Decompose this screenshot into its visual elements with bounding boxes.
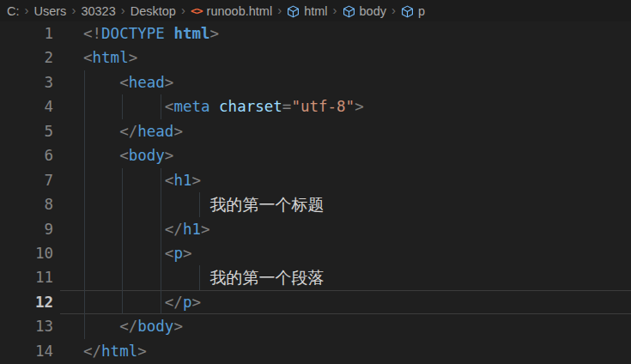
breadcrumb-label: body bbox=[360, 4, 386, 18]
line-number[interactable]: 8 bbox=[0, 192, 53, 216]
code-content: <head> bbox=[83, 70, 631, 94]
code-token: > bbox=[201, 221, 210, 238]
code-token: > bbox=[173, 123, 183, 140]
code-token: > bbox=[183, 245, 192, 262]
code-token: </ bbox=[119, 123, 137, 140]
code-token: body bbox=[129, 147, 165, 164]
breadcrumb-item-desktop[interactable]: Desktop bbox=[130, 4, 176, 18]
code-token bbox=[83, 74, 119, 91]
code-token: p bbox=[183, 294, 192, 311]
code-line[interactable]: 9 </h1> bbox=[0, 217, 631, 241]
breadcrumb-label: Users bbox=[34, 4, 67, 18]
code-token bbox=[83, 172, 165, 189]
line-number[interactable]: 7 bbox=[0, 168, 53, 192]
code-line[interactable]: 1<!DOCTYPE html> bbox=[0, 21, 631, 46]
code-token: html bbox=[101, 343, 137, 360]
breadcrumb-label: Desktop bbox=[130, 4, 176, 18]
code-token: 我的第一个标题 bbox=[210, 195, 325, 214]
code-content: <html> bbox=[83, 46, 631, 70]
code-content: <p> bbox=[83, 241, 631, 265]
breadcrumb: C:›Users›30323›Desktop›<>runoob.html›htm… bbox=[0, 0, 631, 21]
code-content: <meta charset="utf-8"> bbox=[83, 94, 631, 118]
line-number[interactable]: 10 bbox=[0, 241, 53, 265]
code-line[interactable]: 13 </body> bbox=[0, 314, 631, 338]
code-token: < bbox=[165, 245, 174, 262]
breadcrumb-item-html[interactable]: html bbox=[287, 4, 327, 18]
code-token bbox=[83, 245, 165, 262]
code-token: h1 bbox=[173, 172, 191, 189]
line-number[interactable]: 11 bbox=[0, 265, 53, 289]
code-token: > bbox=[191, 294, 201, 311]
line-number[interactable]: 13 bbox=[0, 314, 53, 338]
code-line[interactable]: 6 <body> bbox=[0, 143, 631, 167]
code-content: </p> bbox=[83, 290, 631, 314]
code-line[interactable]: 5 </head> bbox=[0, 119, 631, 143]
line-number[interactable]: 9 bbox=[0, 217, 53, 241]
code-token bbox=[83, 318, 119, 335]
code-token: < bbox=[83, 49, 93, 66]
line-number[interactable]: 12 bbox=[0, 290, 53, 314]
code-content: </body> bbox=[83, 314, 631, 338]
line-number[interactable]: 6 bbox=[0, 143, 53, 167]
cube-icon bbox=[343, 5, 355, 18]
code-line[interactable]: 2<html> bbox=[0, 46, 631, 70]
code-line[interactable]: 10 <p> bbox=[0, 241, 631, 265]
code-line[interactable]: 3 <head> bbox=[0, 70, 631, 94]
line-number[interactable]: 2 bbox=[0, 46, 53, 70]
code-line[interactable]: 11 我的第一个段落 bbox=[0, 265, 631, 289]
code-token bbox=[210, 98, 220, 115]
line-number[interactable]: 14 bbox=[0, 339, 53, 363]
code-token: > bbox=[191, 172, 201, 189]
code-line-current[interactable]: 12 </p> bbox=[0, 290, 631, 314]
code-token: meta bbox=[173, 98, 209, 115]
code-content: </html> bbox=[83, 339, 631, 363]
code-content: 我的第一个标题 bbox=[83, 192, 631, 216]
code-token: = bbox=[282, 98, 292, 115]
breadcrumb-item-30323[interactable]: 30323 bbox=[81, 4, 115, 18]
line-number[interactable]: 4 bbox=[0, 94, 53, 118]
line-number[interactable]: 5 bbox=[0, 119, 53, 143]
breadcrumb-item-c-[interactable]: C: bbox=[7, 4, 20, 18]
code-line[interactable]: 4 <meta charset="utf-8"> bbox=[0, 94, 631, 118]
code-token: DOCTYPE bbox=[101, 25, 165, 42]
code-token: html bbox=[173, 25, 209, 42]
code-token: </ bbox=[83, 343, 101, 360]
code-token bbox=[83, 221, 165, 238]
code-line[interactable]: 8 我的第一个标题 bbox=[0, 192, 631, 216]
cube-icon bbox=[287, 5, 300, 18]
line-number[interactable]: 1 bbox=[0, 21, 53, 46]
code-token: < bbox=[165, 98, 174, 115]
code-token: > bbox=[165, 74, 174, 91]
code-token: </ bbox=[165, 221, 183, 238]
code-content: <h1> bbox=[83, 168, 631, 192]
code-line[interactable]: 14</html> bbox=[0, 339, 631, 363]
code-token: > bbox=[129, 49, 138, 66]
breadcrumb-item-users[interactable]: Users bbox=[34, 4, 67, 18]
code-token: 我的第一个段落 bbox=[210, 268, 325, 287]
code-content: <!DOCTYPE html> bbox=[83, 21, 631, 46]
code-token: html bbox=[93, 49, 129, 66]
breadcrumb-item-body[interactable]: body bbox=[343, 4, 386, 18]
code-token: </ bbox=[119, 318, 137, 335]
html-file-icon: <> bbox=[191, 4, 203, 17]
chevron-right-icon: › bbox=[277, 3, 282, 17]
code-token bbox=[83, 98, 165, 115]
code-token: head bbox=[129, 74, 165, 91]
code-token: > bbox=[137, 343, 147, 360]
code-token: < bbox=[119, 147, 129, 164]
code-token: > bbox=[355, 98, 364, 115]
breadcrumb-item-runoob-html[interactable]: <>runoob.html bbox=[191, 4, 272, 18]
line-number[interactable]: 3 bbox=[0, 70, 53, 94]
chevron-right-icon: › bbox=[181, 3, 185, 17]
code-token: p bbox=[173, 245, 183, 262]
chevron-right-icon: › bbox=[71, 3, 76, 17]
code-token: h1 bbox=[183, 221, 201, 238]
breadcrumb-label: html bbox=[304, 4, 327, 18]
code-token: "utf-8" bbox=[291, 98, 355, 115]
breadcrumb-label: runoob.html bbox=[207, 4, 273, 18]
code-line[interactable]: 7 <h1> bbox=[0, 168, 631, 192]
code-editor[interactable]: 1<!DOCTYPE html>2<html>3 <head>4 <meta c… bbox=[0, 21, 631, 363]
chevron-right-icon: › bbox=[391, 3, 396, 17]
breadcrumb-item-p[interactable]: p bbox=[401, 4, 425, 18]
chevron-right-icon: › bbox=[333, 3, 337, 17]
